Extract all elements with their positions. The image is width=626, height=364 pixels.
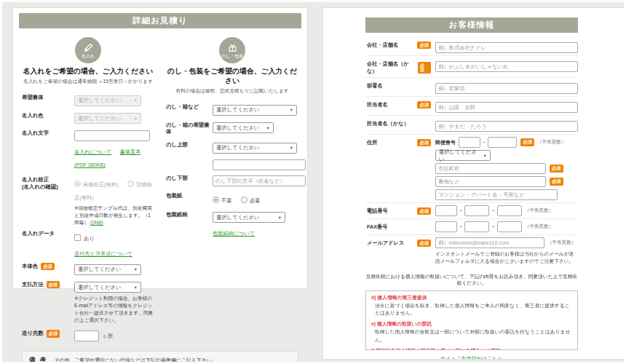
naire-data-checkbox[interactable]	[74, 234, 81, 241]
chevron-down-icon: ▼	[266, 126, 270, 130]
phone-note: （半角英数）	[525, 207, 554, 214]
chevron-down-icon: ▼	[134, 267, 138, 272]
fax-input-2[interactable]	[464, 221, 489, 232]
fax-label: FAX番号	[365, 221, 435, 231]
noshi-upper-label: のし上部	[166, 139, 213, 149]
required-badge: 必須	[417, 41, 431, 49]
destination-count-input[interactable]	[74, 331, 99, 341]
wrap-pattern-label: 包装紙柄	[166, 209, 213, 218]
payment-select[interactable]: 選択してください▼	[74, 282, 141, 293]
zip-input-1[interactable]	[459, 137, 480, 148]
phone-label: 電話番号必須	[365, 205, 435, 215]
proof-physical-radio[interactable]	[127, 181, 134, 187]
required-badge: 必須	[41, 263, 55, 270]
prefecture-select[interactable]: 選択してください▼	[435, 150, 491, 161]
noshi-circle-label: のし・包装	[221, 54, 243, 58]
fax-input-3[interactable]	[497, 221, 522, 232]
wrap-yes-radio[interactable]	[241, 197, 247, 203]
proof-label: 名入れ校正 (名入れの確認)	[22, 174, 74, 191]
customer-info-panel: お客様情報 会社・店舗名必須 会社・店舗名（かな）必須 部署名 担当者名必須 担…	[322, 7, 626, 360]
required-badge: 必須	[418, 62, 431, 74]
email-label: メールアドレス必須	[365, 237, 435, 247]
fax-note: （半角英数）	[525, 223, 554, 230]
company-kana-label: 会社・店舗名（かな）必須	[365, 58, 435, 75]
body-color-select[interactable]: 選択してください▼	[74, 264, 141, 275]
naire-data-label: 名入れデータ	[22, 228, 74, 237]
naire-circle-label: 名入れ	[82, 54, 95, 58]
noshi-box-label: のし・箱など	[166, 101, 213, 111]
company-name-input[interactable]	[435, 42, 578, 53]
noshi-upper-input[interactable]	[213, 159, 306, 170]
proof-detail-link[interactable]: (詳細)	[90, 220, 103, 225]
street-input[interactable]	[435, 176, 546, 187]
noshi-heading: のし・包装をご希望の場合、ご入力ください	[166, 67, 298, 86]
department-label: 部署名	[365, 80, 435, 90]
destination-count-label: 送り先数必須	[22, 328, 74, 337]
email-input[interactable]	[435, 237, 544, 248]
city-input[interactable]	[435, 163, 546, 174]
zip-input-2[interactable]	[488, 137, 517, 148]
privacy-heading-e: e) 個人情報の取扱いの委託	[371, 320, 572, 328]
phone-input-3[interactable]	[497, 205, 522, 216]
required-badge: 必須	[550, 165, 563, 172]
chevron-down-icon: ▼	[290, 108, 293, 112]
proof-image-radio-label: 画像校正(無料)	[83, 181, 119, 188]
noshi-font-label: のし・箱の希望書体	[166, 119, 213, 136]
wrap-yes-radio-label: 必要	[250, 197, 261, 204]
noshi-subheading: 有料の場合は後程、正式見積もりに記載いたします	[166, 88, 298, 95]
contact-kana-input[interactable]	[435, 121, 578, 132]
naire-about-link[interactable]: 名入れについて	[74, 149, 111, 155]
remarks-label: 備 考	[29, 356, 47, 364]
naire-color-select[interactable]: 選択してください▼	[74, 113, 141, 124]
noshi-lower-label: のし下部	[166, 173, 213, 182]
noshi-box-select[interactable]: 選択してください▼	[213, 105, 297, 116]
wrap-pattern-link[interactable]: 包装紙柄について	[213, 230, 255, 237]
noshi-font-select[interactable]: 選択してください▼	[213, 122, 274, 133]
noshi-lower-input[interactable]	[213, 175, 306, 186]
required-badge: 必須	[47, 281, 60, 288]
required-badge: 必須	[47, 330, 60, 337]
noshi-badge-circle: のし・包装	[219, 37, 245, 63]
wrap-pattern-select[interactable]: 選択してください▼	[213, 212, 285, 223]
payment-note: ※クレジット利用の場合、お客様のE-mailアドレス等の情報をクレジット会社へ提…	[74, 295, 154, 324]
destination-count-suffix: ヶ所	[102, 333, 113, 339]
pen-icon	[84, 43, 93, 52]
phone-input-2[interactable]	[464, 205, 489, 216]
required-badge: 必須	[417, 139, 431, 146]
remarks-box: 備 考 その他、ご希望や選択にない仕様などは下記の備考欄にご記入下さい。	[22, 351, 298, 364]
chevron-down-icon: ▼	[134, 116, 138, 121]
proof-image-radio[interactable]	[74, 181, 81, 187]
address-label: 住所必須	[365, 137, 435, 146]
detail-quote-title: 詳細お見積り	[19, 13, 301, 28]
required-badge: 必須	[550, 178, 563, 185]
contact-name-input[interactable]	[435, 102, 578, 113]
customer-info-title: お客様情報	[365, 17, 578, 33]
building-input[interactable]	[435, 189, 558, 200]
email-caution: インスタントメールでご登録のお客様は当社からのメールが迷惑メールフォルダに入る場…	[435, 250, 578, 265]
consent-intro: 見積依頼における個人情報の取扱いについて、下記の内容をお読み頂き、同意頂いた上で…	[365, 274, 578, 287]
font-select[interactable]: 選択してください▼	[74, 95, 141, 106]
required-badge: 必須	[417, 207, 431, 215]
privacy-heading-d: d) 個人情報の第三者提供	[371, 294, 572, 301]
contact-kana-label: 担当者名（かな）	[365, 118, 435, 127]
chevron-down-icon: ▼	[278, 215, 282, 220]
chevron-down-icon: ▼	[483, 154, 487, 158]
wrap-no-radio-label: 不要	[221, 197, 232, 204]
wrap-no-radio[interactable]	[213, 197, 219, 203]
chevron-down-icon: ▼	[134, 98, 138, 103]
phone-input-1[interactable]	[435, 205, 457, 216]
shipping-notes-link[interactable]: 送付先と注意点について	[74, 250, 132, 257]
site-terms-link[interactable]: サイトご利用規約はこちら	[440, 355, 502, 360]
naire-section: 名入れ 名入れをご希望の場合、ご入力ください 名入れをご希望の場合は通常納期 ＋…	[16, 31, 160, 345]
noshi-upper-select[interactable]: 選択してください▼	[213, 143, 297, 154]
fax-input-1[interactable]	[435, 221, 457, 232]
naire-text-label: 名入れ文字	[22, 127, 74, 137]
department-input[interactable]	[435, 83, 578, 94]
gift-icon	[228, 43, 237, 52]
privacy-policy-box[interactable]: d) 個人情報の第三者提供 法令に基づく場合を除き、取得した個人情報をご本人の同…	[365, 290, 578, 350]
company-kana-input[interactable]	[435, 61, 578, 72]
body-color-label: 本体色必須	[22, 261, 74, 270]
proof-note: ※現物校正サンプル代は、別途費用と別途作成日数が発生します。（1回毎） (詳細)	[74, 205, 154, 226]
payment-label: 支払方法必須	[22, 279, 74, 288]
naire-text-input[interactable]	[74, 130, 150, 141]
